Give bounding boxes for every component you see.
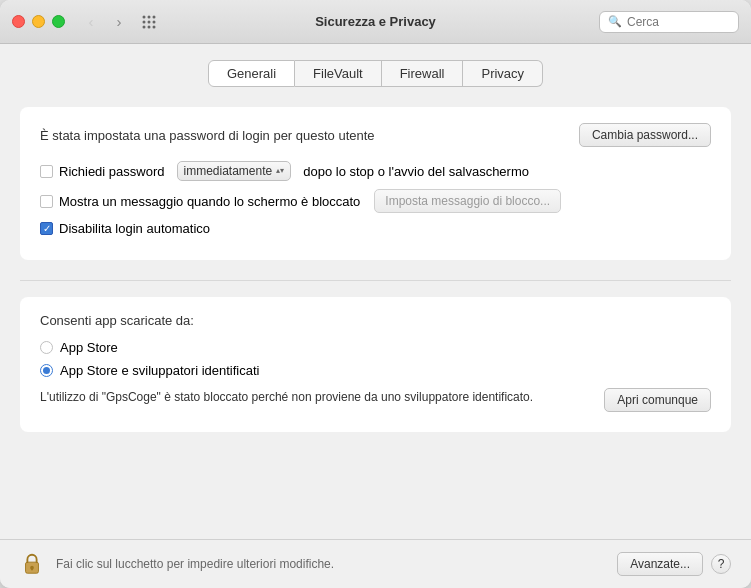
allow-from-title: Consenti app scaricate da: <box>40 313 711 328</box>
help-button[interactable]: ? <box>711 554 731 574</box>
forward-button[interactable]: › <box>109 12 129 32</box>
content-area: Generali FileVault Firewall Privacy È st… <box>0 44 751 539</box>
main-window: ‹ › Sicurezza e Privacy 🔍 Gene <box>0 0 751 588</box>
svg-point-3 <box>143 20 146 23</box>
titlebar: ‹ › Sicurezza e Privacy 🔍 <box>0 0 751 44</box>
footer: Fai clic sul lucchetto per impedire ulte… <box>0 539 751 588</box>
grid-icon[interactable] <box>141 14 157 30</box>
maximize-button[interactable] <box>52 15 65 28</box>
radio-appstore-label: App Store <box>60 340 118 355</box>
svg-point-1 <box>148 15 151 18</box>
advanced-button[interactable]: Avanzate... <box>617 552 703 576</box>
require-password-checkbox[interactable] <box>40 165 53 178</box>
footer-buttons: Avanzate... ? <box>617 552 731 576</box>
set-message-button[interactable]: Imposta messaggio di blocco... <box>374 189 561 213</box>
tab-privacy[interactable]: Privacy <box>463 60 543 87</box>
tab-bar: Generali FileVault Firewall Privacy <box>20 60 731 87</box>
footer-lock-text: Fai clic sul lucchetto per impedire ulte… <box>56 557 605 571</box>
show-message-label: Mostra un messaggio quando lo schermo è … <box>59 194 360 209</box>
radio-appstore-identified-label: App Store e sviluppatori identificati <box>60 363 259 378</box>
blocked-app-row: L'utilizzo di "GpsCoge" è stato bloccato… <box>40 388 711 412</box>
dropdown-value: immediatamente <box>184 164 273 178</box>
svg-point-8 <box>153 25 156 28</box>
tab-firewall[interactable]: Firewall <box>382 60 464 87</box>
require-password-dropdown[interactable]: immediatamente ▴▾ <box>177 161 292 181</box>
close-button[interactable] <box>12 15 25 28</box>
require-password-label: Richiedi password <box>59 164 165 179</box>
window-title: Sicurezza e Privacy <box>315 14 436 29</box>
tab-generali[interactable]: Generali <box>208 60 295 87</box>
radio-appstore[interactable] <box>40 341 53 354</box>
svg-point-7 <box>148 25 151 28</box>
open-anyway-button[interactable]: Apri comunque <box>604 388 711 412</box>
password-label: È stata impostata una password di login … <box>40 128 375 143</box>
section-divider <box>20 280 731 281</box>
bottom-section: Consenti app scaricate da: App Store App… <box>20 297 731 432</box>
change-password-button[interactable]: Cambia password... <box>579 123 711 147</box>
require-password-suffix: dopo lo stop o l'avvio del salvaschermo <box>303 164 529 179</box>
blocked-app-text: L'utilizzo di "GpsCoge" è stato bloccato… <box>40 388 594 406</box>
radio-appstore-row: App Store <box>40 340 711 355</box>
search-input[interactable] <box>627 15 730 29</box>
disable-autologin-label: Disabilita login automatico <box>59 221 210 236</box>
radio-appstore-identified-row: App Store e sviluppatori identificati <box>40 363 711 378</box>
search-box[interactable]: 🔍 <box>599 11 739 33</box>
top-section: È stata impostata una password di login … <box>20 107 731 260</box>
disable-autologin-checkbox[interactable] <box>40 222 53 235</box>
traffic-lights <box>12 15 65 28</box>
tab-filevault[interactable]: FileVault <box>295 60 382 87</box>
show-message-row: Mostra un messaggio quando lo schermo è … <box>40 189 711 213</box>
svg-point-2 <box>153 15 156 18</box>
password-row: È stata impostata una password di login … <box>40 123 711 147</box>
require-password-row: Richiedi password immediatamente ▴▾ dopo… <box>40 161 711 181</box>
svg-point-5 <box>153 20 156 23</box>
lock-icon[interactable] <box>20 550 44 578</box>
svg-point-4 <box>148 20 151 23</box>
chevron-down-icon: ▴▾ <box>276 167 284 175</box>
show-message-checkbox[interactable] <box>40 195 53 208</box>
back-button[interactable]: ‹ <box>81 12 101 32</box>
radio-appstore-identified[interactable] <box>40 364 53 377</box>
minimize-button[interactable] <box>32 15 45 28</box>
disable-autologin-row: Disabilita login automatico <box>40 221 711 236</box>
search-icon: 🔍 <box>608 15 622 28</box>
nav-buttons: ‹ › <box>81 12 129 32</box>
svg-point-0 <box>143 15 146 18</box>
svg-point-6 <box>143 25 146 28</box>
svg-rect-11 <box>31 568 33 571</box>
